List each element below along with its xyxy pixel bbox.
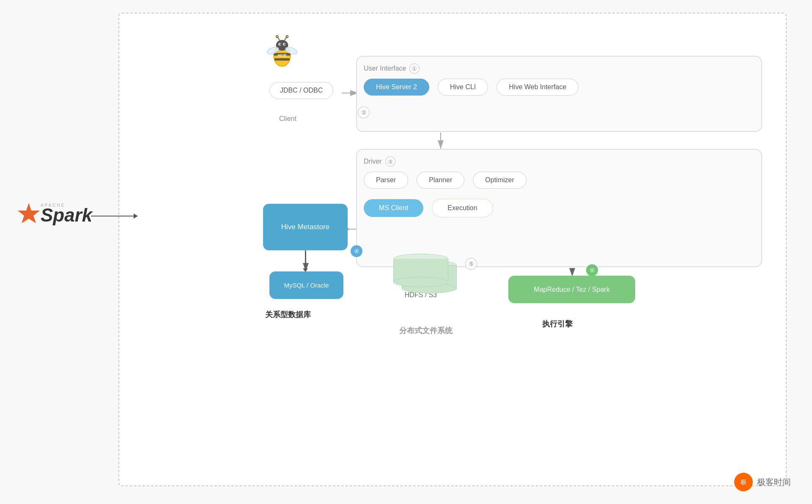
rdb-label: 关系型数据库 (265, 310, 311, 320)
driver-box: Driver ③ Parser Planner Optimizer MS Cli… (356, 149, 762, 267)
number-badge-4: ④ (351, 245, 362, 257)
planner-btn: Planner (417, 172, 464, 189)
svg-point-17 (284, 44, 286, 45)
main-diagram-container: HIVE User Interface ① Hive Server 2 Hive… (118, 13, 787, 486)
spark-logo-area: APACHE Spark (18, 202, 92, 225)
hive-server2-btn[interactable]: Hive Server 2 (364, 79, 429, 96)
geek-time-icon: 极 (738, 476, 749, 488)
svg-rect-12 (274, 58, 290, 60)
jdbc-odbc-box: JDBC / ODBC (269, 82, 333, 99)
spark-text-block: APACHE Spark (41, 203, 92, 225)
driver-label: Driver ③ (364, 156, 754, 167)
hdfs-cylinders: HDFS / S3 (393, 254, 448, 299)
hive-cli-btn[interactable]: Hive CLI (438, 79, 488, 96)
svg-marker-25 (18, 203, 40, 223)
spark-arrow-head (134, 214, 138, 219)
driver-label-text: Driver (364, 158, 382, 165)
spark-brand-text: Spark (41, 206, 92, 225)
cylinder-bottom-front (393, 277, 448, 287)
mysql-oracle-box: MySQL / Oracle (269, 271, 343, 299)
client-label: Client (279, 115, 296, 123)
svg-point-16 (280, 44, 281, 45)
meta-to-mysql-arrow (305, 250, 306, 271)
ui-number-badge: ① (409, 63, 420, 74)
optimizer-btn: Optimizer (473, 172, 526, 189)
ms-client-box: MS Client (364, 199, 423, 217)
ui-buttons-row: Hive Server 2 Hive CLI Hive Web Interfac… (364, 79, 754, 96)
ui-box-label: User Interface ① (364, 63, 754, 74)
hive-web-btn[interactable]: Hive Web Interface (497, 79, 579, 96)
mapreduce-box: MapReduce / Tez / Spark (508, 276, 635, 303)
hive-metastore-box: Hive Metastore (263, 204, 348, 250)
watermark-logo-icon: 极 (734, 473, 753, 491)
watermark-area: 极 极客时间 (734, 473, 791, 491)
svg-point-21 (286, 36, 288, 38)
hive-bee-icon: HIVE (263, 35, 301, 73)
spark-star-icon (18, 202, 40, 225)
ui-label-text: User Interface (364, 65, 406, 72)
driver-components-row: Parser Planner Optimizer (364, 172, 754, 189)
ui-interface-box: User Interface ① Hive Server 2 Hive CLI … (356, 56, 762, 132)
number-badge-5: ⑤ (465, 258, 477, 270)
spark-to-meta-arrow (91, 216, 137, 216)
execution-box: Execution (432, 199, 493, 217)
svg-text:极: 极 (740, 479, 746, 485)
number-badge-2: ② (358, 107, 370, 118)
hdfs-cylinder-front (393, 254, 448, 287)
hive-logo: HIVE (263, 35, 301, 73)
spark-logo: APACHE Spark (18, 202, 92, 225)
parser-btn: Parser (364, 172, 408, 189)
number-badge-6: ⑥ (586, 264, 598, 276)
distributed-fs-label: 分布式文件系统 (384, 326, 468, 336)
svg-point-19 (276, 36, 278, 38)
watermark-text: 极客时间 (757, 477, 791, 488)
exec-engine-label: 执行引擎 (542, 319, 573, 329)
svg-text:HIVE: HIVE (277, 53, 286, 58)
driver-lower-row: MS Client Execution (364, 199, 754, 217)
driver-number-badge: ③ (385, 156, 395, 167)
